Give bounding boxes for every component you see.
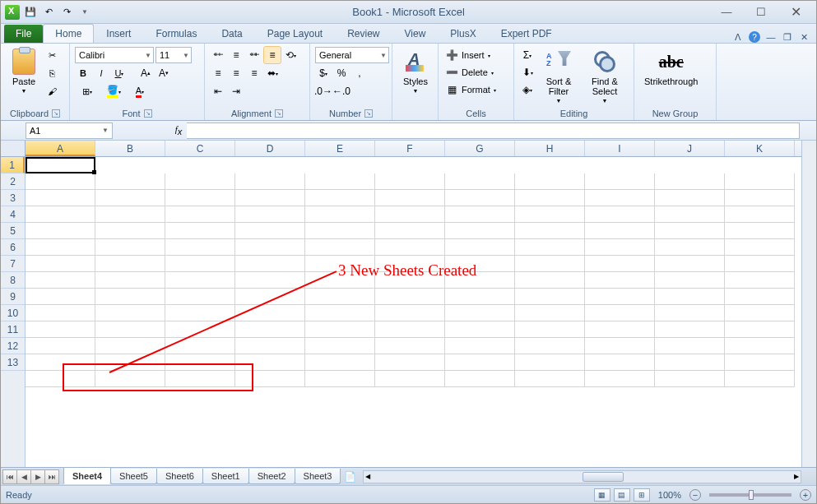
row-header-9[interactable]: 9 xyxy=(1,289,25,305)
cell[interactable] xyxy=(725,371,795,387)
cell[interactable] xyxy=(165,272,235,289)
format-cells-button[interactable]: ▦Format▾ xyxy=(443,81,496,98)
column-header-I[interactable]: I xyxy=(585,141,655,156)
vertical-scrollbar[interactable] xyxy=(801,141,816,467)
cell[interactable] xyxy=(95,338,165,354)
cell[interactable] xyxy=(445,173,515,190)
insert-cells-button[interactable]: ➕Insert▾ xyxy=(443,47,490,63)
cell[interactable] xyxy=(165,289,235,305)
font-launcher[interactable]: ↘ xyxy=(144,109,152,118)
cell[interactable] xyxy=(725,289,795,305)
cell[interactable] xyxy=(585,272,655,289)
sheet-tab-sheet2[interactable]: Sheet2 xyxy=(248,469,295,484)
cell[interactable] xyxy=(445,272,515,289)
undo-button[interactable]: ↶ xyxy=(40,4,57,21)
italic-button[interactable]: I xyxy=(93,65,109,81)
number-launcher[interactable]: ↘ xyxy=(364,109,373,118)
cell[interactable] xyxy=(725,173,795,190)
row-header-1[interactable]: 1 xyxy=(1,157,25,173)
zoom-slider[interactable] xyxy=(709,493,791,497)
cell[interactable] xyxy=(585,173,655,190)
underline-button[interactable]: U▾ xyxy=(111,65,128,81)
cell[interactable] xyxy=(26,272,95,289)
cells-area[interactable]: 3 New Sheets Created xyxy=(26,157,801,467)
cell[interactable] xyxy=(235,305,305,321)
cell[interactable] xyxy=(165,371,235,387)
redo-button[interactable]: ↷ xyxy=(58,4,75,21)
increase-indent-button[interactable]: ⇥ xyxy=(228,83,244,99)
cell[interactable] xyxy=(725,206,795,223)
cell[interactable] xyxy=(655,190,725,206)
number-format-combo[interactable]: General▼ xyxy=(315,47,389,63)
cell[interactable] xyxy=(95,223,165,239)
row-header-2[interactable]: 2 xyxy=(1,173,25,190)
orientation-button[interactable]: ⟲▾ xyxy=(282,47,299,63)
cell[interactable] xyxy=(585,190,655,206)
tab-view[interactable]: View xyxy=(392,24,439,43)
tab-plusx[interactable]: PlusX xyxy=(438,24,488,43)
cell[interactable] xyxy=(305,338,375,354)
row-header-12[interactable]: 12 xyxy=(1,338,25,354)
cell[interactable] xyxy=(375,256,445,272)
cell[interactable] xyxy=(235,223,305,239)
workbook-close-icon[interactable]: ✕ xyxy=(798,31,810,43)
cell[interactable] xyxy=(445,289,515,305)
cell[interactable] xyxy=(26,206,95,223)
cell[interactable] xyxy=(725,305,795,321)
clear-button[interactable]: ◈▾ xyxy=(519,81,536,98)
save-button[interactable]: 💾 xyxy=(22,4,39,21)
cell[interactable] xyxy=(235,321,305,338)
cell[interactable] xyxy=(165,354,235,371)
sheet-tab-sheet1[interactable]: Sheet1 xyxy=(202,469,249,484)
cell[interactable] xyxy=(515,305,585,321)
workbook-restore-icon[interactable]: ❐ xyxy=(782,31,793,43)
align-center-button[interactable]: ≡ xyxy=(228,65,244,81)
cell[interactable] xyxy=(95,239,165,256)
sheet-tab-sheet5[interactable]: Sheet5 xyxy=(110,469,157,484)
cell[interactable] xyxy=(515,239,585,256)
cell[interactable] xyxy=(655,173,725,190)
cell[interactable] xyxy=(26,223,95,239)
cell[interactable] xyxy=(165,173,235,190)
comma-button[interactable]: , xyxy=(351,65,368,81)
view-normal-button[interactable]: ▦ xyxy=(594,488,610,502)
font-name-combo[interactable]: Calibri▼ xyxy=(75,47,154,63)
cell[interactable] xyxy=(305,206,375,223)
cell[interactable] xyxy=(585,305,655,321)
merge-button[interactable]: ⬌▾ xyxy=(264,65,281,81)
cell[interactable] xyxy=(305,305,375,321)
cell[interactable] xyxy=(585,289,655,305)
zoom-out-button[interactable]: − xyxy=(689,489,701,501)
clipboard-launcher[interactable]: ↘ xyxy=(52,109,60,118)
row-header-13[interactable]: 13 xyxy=(1,354,25,371)
cell[interactable] xyxy=(725,321,795,338)
cell[interactable] xyxy=(655,239,725,256)
cell[interactable] xyxy=(235,338,305,354)
delete-cells-button[interactable]: ➖Delete▾ xyxy=(443,64,494,81)
cell[interactable] xyxy=(515,321,585,338)
formula-bar[interactable] xyxy=(187,123,800,139)
cell[interactable] xyxy=(375,206,445,223)
cell[interactable] xyxy=(95,190,165,206)
excel-icon[interactable] xyxy=(4,4,21,21)
row-header-4[interactable]: 4 xyxy=(1,206,25,223)
autosum-button[interactable]: Σ▾ xyxy=(519,47,536,63)
cell[interactable] xyxy=(445,371,515,387)
column-header-D[interactable]: D xyxy=(235,141,305,156)
minimize-button[interactable]: — xyxy=(716,4,737,21)
align-top-button[interactable]: ⬴ xyxy=(210,47,226,63)
cell[interactable] xyxy=(375,239,445,256)
cell[interactable] xyxy=(725,190,795,206)
grow-font-button[interactable]: A▴ xyxy=(137,65,154,81)
tab-nav-prev[interactable]: ◀ xyxy=(16,469,31,484)
cell[interactable] xyxy=(95,206,165,223)
cell[interactable] xyxy=(585,239,655,256)
cell[interactable] xyxy=(655,223,725,239)
format-painter-button[interactable]: 🖌 xyxy=(44,83,60,99)
percent-button[interactable]: % xyxy=(333,65,350,81)
cell[interactable] xyxy=(445,321,515,338)
cell[interactable] xyxy=(725,256,795,272)
cell[interactable] xyxy=(585,321,655,338)
tab-expert-pdf[interactable]: Expert PDF xyxy=(489,24,564,43)
cell[interactable] xyxy=(515,173,585,190)
